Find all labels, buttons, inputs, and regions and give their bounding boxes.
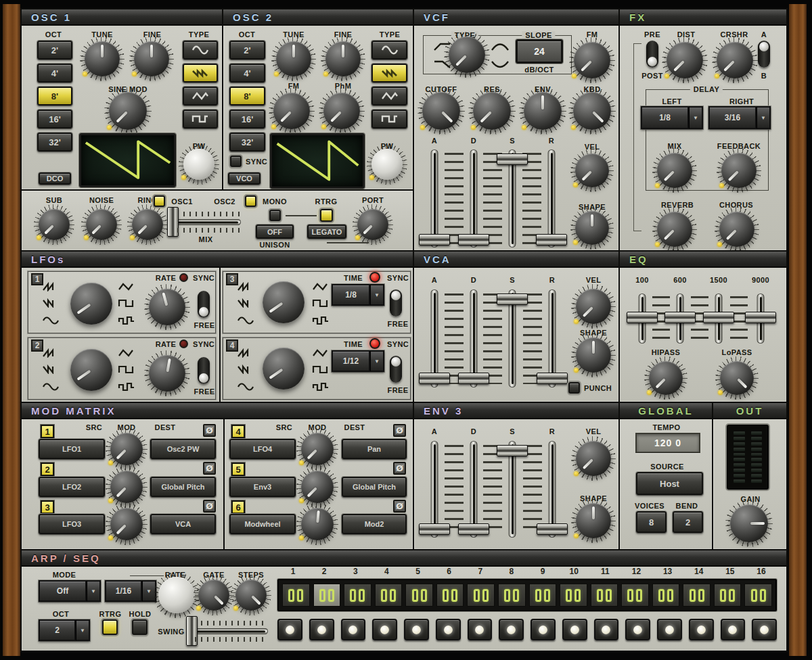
vcf-res-knob[interactable]: [473, 92, 511, 130]
ring-knob[interactable]: [132, 209, 163, 240]
eq-9000-fader[interactable]: [745, 293, 776, 344]
step-button-16[interactable]: [752, 619, 777, 640]
dist-knob[interactable]: [667, 42, 703, 78]
step-button-15[interactable]: [721, 619, 746, 640]
rtrg-led-button[interactable]: [320, 209, 333, 222]
step-cell-5[interactable]: [405, 584, 433, 607]
mod-row-4-src-button[interactable]: LFO4: [229, 439, 296, 459]
osc2-phm-knob[interactable]: [323, 93, 360, 129]
osc1-type-saw-button[interactable]: [183, 64, 218, 82]
mod-row-5-invert-button[interactable]: Ø: [393, 462, 406, 475]
eq-1500-fader[interactable]: [703, 293, 734, 344]
step-cell-7[interactable]: [467, 584, 495, 607]
mod-row-2-dest-button[interactable]: Global Pitch: [150, 477, 216, 497]
mod-row-1-src-button[interactable]: LFO1: [39, 439, 105, 459]
crshr-knob[interactable]: [717, 42, 753, 78]
step-button-3[interactable]: [341, 619, 366, 640]
osc1-dco-button[interactable]: DCO: [39, 172, 71, 185]
osc2-oct-32[interactable]: 32': [229, 133, 265, 151]
punch-button[interactable]: [568, 382, 580, 394]
vcf-env-knob[interactable]: [524, 92, 562, 130]
osc2-fm-knob[interactable]: [273, 93, 310, 129]
osc1-oct-2[interactable]: 2': [37, 41, 72, 60]
tempo-display[interactable]: 120 0: [635, 433, 700, 453]
osc1-type-pulse-button[interactable]: [183, 110, 218, 128]
mod-row-5-dest-button[interactable]: Global Pitch: [342, 477, 407, 497]
lfo4-time-dropdown[interactable]: 1/12: [332, 350, 384, 372]
osc1-type-triangle-button[interactable]: [183, 87, 218, 105]
step-cell-4[interactable]: [375, 584, 403, 607]
arp-steps-knob[interactable]: [235, 580, 267, 611]
step-cell-15[interactable]: [714, 584, 742, 607]
step-cell-13[interactable]: [652, 584, 680, 607]
osc2-fine-knob[interactable]: [325, 41, 361, 76]
osc2-type-saw-button[interactable]: [371, 64, 407, 82]
vcf-slope-display[interactable]: 24: [516, 39, 563, 64]
delay-feedback-knob[interactable]: [721, 153, 757, 188]
mod-row-1-invert-button[interactable]: Ø: [203, 424, 216, 437]
step-button-2[interactable]: [309, 619, 334, 640]
osc1-type-sine-button[interactable]: [183, 41, 218, 60]
arp-rate-dropdown[interactable]: 1/16: [105, 580, 156, 602]
osc2-oct-2[interactable]: 2': [229, 41, 265, 60]
step-button-1[interactable]: [277, 619, 302, 640]
step-cell-12[interactable]: [621, 584, 649, 607]
mod-row-4-amount-knob[interactable]: [301, 433, 334, 465]
mono-button[interactable]: [269, 210, 281, 221]
step-cell-14[interactable]: [683, 584, 710, 607]
osc1-oct-4[interactable]: 4': [37, 64, 72, 82]
lopass-knob[interactable]: [720, 361, 754, 395]
mod-row-6-dest-button[interactable]: Mod2: [342, 514, 407, 534]
osc2-type-triangle-button[interactable]: [371, 87, 407, 105]
osc2-vco-button[interactable]: VCO: [228, 172, 261, 185]
crshr-ab-toggle[interactable]: [758, 41, 770, 68]
mod-row-4-invert-button[interactable]: Ø: [393, 424, 406, 437]
chorus-knob[interactable]: [719, 212, 754, 247]
mod-row-6-invert-button[interactable]: Ø: [393, 500, 406, 513]
lfo1-rate-knob[interactable]: [149, 289, 185, 325]
vcf-type-knob[interactable]: [449, 37, 485, 73]
mod-row-3-src-button[interactable]: LFO3: [39, 514, 105, 534]
arp-rtrg-button[interactable]: [102, 619, 118, 635]
vca-attack-fader[interactable]: [419, 289, 450, 387]
env3-decay-fader[interactable]: [458, 441, 489, 538]
osc2-type-pulse-button[interactable]: [371, 110, 407, 128]
lfo1-sync-free-toggle[interactable]: [198, 291, 210, 318]
osc1-tune-knob[interactable]: [85, 41, 120, 76]
lfo3-wave-knob[interactable]: [263, 281, 304, 323]
mod-row-2-invert-button[interactable]: Ø: [203, 462, 216, 475]
mod-row-6-src-button[interactable]: Modwheel: [229, 514, 296, 534]
unison-button[interactable]: OFF: [256, 225, 294, 239]
osc2-tune-knob[interactable]: [276, 41, 311, 76]
noise-knob[interactable]: [86, 209, 117, 240]
delay-mix-knob[interactable]: [657, 153, 692, 188]
vca-decay-fader[interactable]: [458, 289, 489, 387]
env3-release-fader[interactable]: [537, 441, 568, 538]
vcf-fm-knob[interactable]: [574, 42, 610, 78]
osc2-pw-knob[interactable]: [371, 149, 403, 180]
mod-row-4-dest-button[interactable]: Pan: [342, 439, 407, 459]
vcf-shape-knob[interactable]: [575, 211, 609, 245]
vca-sustain-fader[interactable]: [497, 289, 528, 387]
osc1-oct-32[interactable]: 32': [37, 133, 72, 151]
mod-row-2-amount-knob[interactable]: [110, 471, 143, 503]
vca-vel-knob[interactable]: [576, 289, 611, 324]
osc2-sync-button[interactable]: [230, 156, 242, 167]
osc1-oct-8[interactable]: 8': [37, 87, 72, 105]
mod-row-5-amount-knob[interactable]: [301, 471, 334, 503]
lfo4-sync-free-toggle[interactable]: [390, 356, 402, 383]
voices-button[interactable]: 8: [636, 511, 667, 533]
env3-sustain-fader[interactable]: [497, 441, 528, 538]
vcf-cutoff-knob[interactable]: [422, 92, 460, 130]
mod-row-3-invert-button[interactable]: Ø: [203, 500, 216, 513]
lfo3-sync-free-toggle[interactable]: [390, 289, 402, 316]
arp-mode-dropdown[interactable]: Off: [39, 580, 101, 602]
step-cell-11[interactable]: [591, 584, 618, 607]
gain-knob[interactable]: [730, 504, 768, 542]
step-button-7[interactable]: [468, 619, 493, 640]
step-cell-1[interactable]: [282, 584, 310, 607]
mod-row-1-dest-button[interactable]: Osc2 PW: [150, 439, 216, 459]
lfo2-wave-knob[interactable]: [70, 349, 112, 391]
mod-row-6-amount-knob[interactable]: [301, 508, 334, 540]
lfo3-time-dropdown[interactable]: 1/8: [332, 284, 384, 306]
